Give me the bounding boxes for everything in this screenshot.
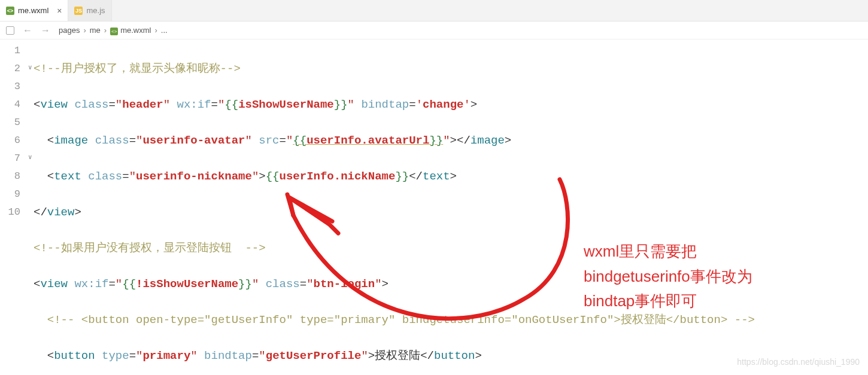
line-number: 5 — [0, 114, 20, 132]
code-line: <!--用户授权了，就显示头像和昵称--> — [34, 60, 868, 78]
line-number: 7 — [0, 150, 20, 167]
editor-tabs: <> me.wxml × JS me.js — [0, 0, 868, 22]
tab-me-wxml[interactable]: <> me.wxml × — [0, 0, 68, 21]
crumb-more[interactable]: ... — [161, 26, 168, 35]
nav-forward-icon[interactable]: → — [41, 25, 50, 36]
line-number: 1 — [0, 42, 20, 60]
js-file-icon: JS — [74, 7, 83, 15]
line-number: 8 — [0, 167, 20, 185]
code-line: <image class="userinfo-avatar" src="{{us… — [34, 132, 868, 150]
crumb-pages[interactable]: pages — [59, 26, 80, 35]
split-editor-icon[interactable] — [6, 26, 14, 35]
code-line: <text class="userinfo-nickname">{{userIn… — [34, 167, 868, 185]
crumb-me[interactable]: me — [90, 26, 101, 35]
tab-label: me.js — [86, 6, 105, 15]
line-number: 2 — [0, 60, 20, 78]
code-editor[interactable]: 1 2 3 4 5 6 7 8 9 10 ∨ ∨ <!--用户授权了，就显示头像… — [0, 39, 868, 375]
watermark: https://blog.csdn.net/qiushi_1990 — [737, 357, 860, 367]
line-number: 10 — [0, 203, 20, 221]
nav-back-icon[interactable]: ← — [23, 25, 32, 36]
close-icon[interactable]: × — [57, 6, 62, 16]
tab-me-js[interactable]: JS me.js — [68, 0, 111, 21]
annotation-text: wxml里只需要把 bindgetuserinfo事件改为 bindtap事件即… — [584, 239, 752, 314]
line-number: 9 — [0, 185, 20, 203]
line-number: 4 — [0, 96, 20, 114]
wxml-file-icon: <> — [6, 7, 14, 15]
editor-toolbar: ← → pages › me › <>me.wxml › ... — [0, 22, 868, 39]
chevron-right-icon: › — [154, 26, 157, 35]
code-content[interactable]: <!--用户授权了，就显示头像和昵称--> <view class="heade… — [34, 39, 868, 375]
fold-icon[interactable]: ∨ — [28, 63, 32, 71]
line-number: 6 — [0, 132, 20, 150]
wxml-file-icon: <> — [110, 28, 118, 35]
crumb-file[interactable]: <>me.wxml — [110, 26, 151, 35]
tab-label: me.wxml — [18, 6, 48, 15]
breadcrumb: pages › me › <>me.wxml › ... — [59, 26, 168, 35]
fold-icon[interactable]: ∨ — [28, 153, 32, 161]
chevron-right-icon: › — [104, 26, 107, 35]
line-gutter: 1 2 3 4 5 6 7 8 9 10 — [0, 39, 34, 375]
chevron-right-icon: › — [83, 26, 86, 35]
code-line: </view> — [34, 203, 868, 221]
code-line: <view class="header" wx:if="{{isShowUser… — [34, 96, 868, 114]
line-number: 3 — [0, 78, 20, 96]
